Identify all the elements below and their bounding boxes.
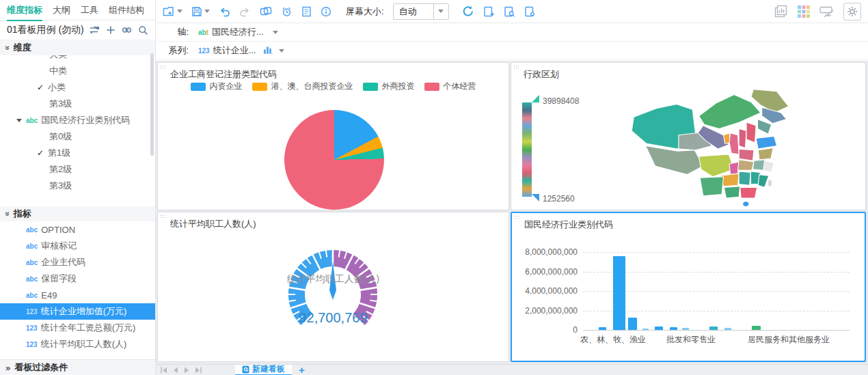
measure-item[interactable]: 123统计全年工资总额(万元) (0, 320, 155, 336)
notes-icon[interactable] (301, 6, 312, 17)
bar[interactable] (682, 328, 689, 330)
number-field-icon: 123 (26, 341, 38, 348)
dimension-item[interactable]: 第2级 (0, 161, 155, 178)
bar[interactable] (628, 318, 637, 330)
doc-search-icon[interactable] (504, 6, 515, 17)
measure-item[interactable]: 123统计平均职工人数(人) (0, 336, 155, 352)
redo-button[interactable] (239, 6, 251, 17)
legend-item[interactable]: 外商投资 (363, 81, 415, 92)
panel-industry-bar-chart[interactable]: 国民经济行业类别代码 8,000,000,0006,000,000,0004,0… (511, 212, 866, 362)
board-tab[interactable]: 新建看板 (235, 365, 292, 375)
chevron-double-down-icon: » (3, 212, 12, 217)
measures-section-header[interactable]: » 指标 (0, 206, 155, 221)
measure-item[interactable]: abcE22 (0, 352, 155, 357)
bar[interactable] (613, 256, 625, 330)
last-page-icon[interactable] (194, 367, 202, 374)
dimension-item[interactable]: 第3级 (0, 96, 155, 112)
panel-registration-type-pie[interactable]: 企业工商登记注册类型代码 内资企业港、澳、台商投资企业外商投资个体经营 (157, 62, 509, 210)
chevron-double-right-icon: » (5, 363, 10, 373)
tab-tools[interactable]: 工具 (81, 0, 98, 20)
dimension-item[interactable]: ✓小类 (0, 79, 155, 96)
theme-palette-icon[interactable] (797, 5, 811, 18)
alarm-icon[interactable] (281, 6, 293, 17)
bar[interactable] (752, 326, 761, 330)
pie-chart[interactable] (284, 110, 384, 210)
legend-swatch (191, 83, 206, 91)
measure-item[interactable]: 123统计企业增加值(万元) (0, 303, 155, 320)
dimension-item[interactable]: 中类 (0, 63, 155, 79)
measure-item[interactable]: abc审核标记 (0, 238, 155, 254)
dimension-item[interactable]: 第0级 (0, 128, 155, 145)
tree-expand-caret[interactable] (16, 119, 22, 122)
bar[interactable] (724, 328, 731, 330)
legend-item[interactable]: 港、澳、台商投资企业 (252, 81, 353, 92)
linked-pages-icon[interactable] (260, 6, 272, 16)
bar[interactable] (655, 327, 663, 330)
info-icon[interactable] (321, 6, 331, 17)
caret-down-icon[interactable] (279, 49, 284, 53)
scale-max-marker (532, 95, 539, 102)
dimension-item[interactable]: ✓第1级 (0, 145, 155, 161)
dimensions-section-header[interactable]: » 维度 (0, 40, 155, 55)
panel-region-map[interactable]: 行政区划 39898408 1252560 (511, 62, 866, 210)
drag-handle-icon[interactable] (514, 215, 519, 220)
hide-card-icon[interactable] (819, 5, 835, 18)
bar[interactable] (599, 327, 606, 330)
add-board-tab-button[interactable]: + (299, 367, 305, 374)
dropdown-caret[interactable] (433, 4, 448, 19)
link-icon[interactable] (122, 25, 132, 35)
caret-down-icon[interactable] (273, 31, 278, 34)
search-icon[interactable] (138, 25, 148, 36)
next-page-icon[interactable] (183, 367, 190, 374)
legend-item[interactable]: 内资企业 (191, 81, 243, 92)
undo-button[interactable] (219, 6, 230, 17)
board-doc-icon (242, 365, 249, 374)
y-tick-label: 2,000,000,000 (525, 306, 578, 316)
tree-item-label: 第0级 (49, 130, 72, 143)
doc-add-icon[interactable] (483, 6, 495, 17)
first-page-icon[interactable] (160, 367, 168, 374)
tab-outline[interactable]: 大纲 (53, 0, 70, 20)
tab-component-structure[interactable]: 组件结构 (109, 0, 144, 20)
bar-plot-area[interactable] (583, 252, 850, 330)
drag-handle-icon[interactable] (160, 214, 165, 219)
flow-icon[interactable] (89, 25, 100, 35)
drag-handle-icon[interactable] (160, 65, 165, 70)
add-icon[interactable] (106, 25, 116, 35)
panel-avg-staff-gauge[interactable]: 统计平均职工人数(人) 统计平均职工人数(人) 92,700,769 (157, 212, 509, 362)
measure-item[interactable]: abcE49 (0, 287, 155, 303)
sidebar-scrollbar[interactable] (150, 53, 154, 156)
gauge-chart[interactable] (285, 247, 381, 342)
text-field-icon: abc (26, 117, 38, 124)
tree-item-label: 统计全年工资总额(万元) (41, 322, 136, 334)
settings-gear-button[interactable] (843, 3, 861, 20)
dimension-item[interactable]: 第3级 (0, 178, 155, 194)
tree-item-label: 国民经济行业类别代码 (41, 114, 130, 126)
sidebar: 维度指标 大纲 工具 组件结构 01看板用例 (勿动) » 维度 大类中类✓小类… (0, 0, 156, 375)
board-filter-footer[interactable]: » 看板过滤条件 (0, 359, 155, 375)
doc-settings-icon[interactable] (524, 6, 536, 17)
bar[interactable] (670, 327, 677, 330)
refresh-button[interactable] (462, 5, 474, 17)
dimension-item[interactable]: abc国民经济行业类别代码 (0, 112, 155, 128)
pie-legend: 内资企业港、澳、台商投资企业外商投资个体经营 (158, 81, 508, 92)
measure-item[interactable]: abc保留字段 (0, 270, 155, 287)
series-field-pill[interactable]: 123 统计企业... (198, 44, 284, 57)
prev-page-icon[interactable] (172, 367, 179, 374)
dashboard-designer-app: 维度指标 大纲 工具 组件结构 01看板用例 (勿动) » 维度 大类中类✓小类… (0, 0, 868, 375)
chart-layers-icon[interactable] (774, 5, 788, 18)
dimension-item[interactable]: 大类 (0, 55, 155, 63)
screen-size-select[interactable]: 自动 (393, 3, 449, 20)
china-choropleth-map[interactable] (606, 86, 824, 208)
axis-field-pill[interactable]: abt 国民经济行... (198, 26, 278, 38)
drag-handle-icon[interactable] (513, 65, 519, 70)
measure-item[interactable]: abcOPTION (0, 221, 155, 238)
mini-bar-chart-icon[interactable] (263, 46, 273, 56)
measure-item[interactable]: abc企业主代码 (0, 254, 155, 270)
save-button[interactable] (191, 6, 210, 17)
legend-item[interactable]: 个体经营 (424, 81, 476, 92)
bar[interactable] (642, 329, 649, 330)
new-board-button[interactable] (163, 6, 182, 17)
tab-dimension-measure[interactable]: 维度指标 (7, 0, 42, 20)
bar[interactable] (709, 327, 718, 330)
